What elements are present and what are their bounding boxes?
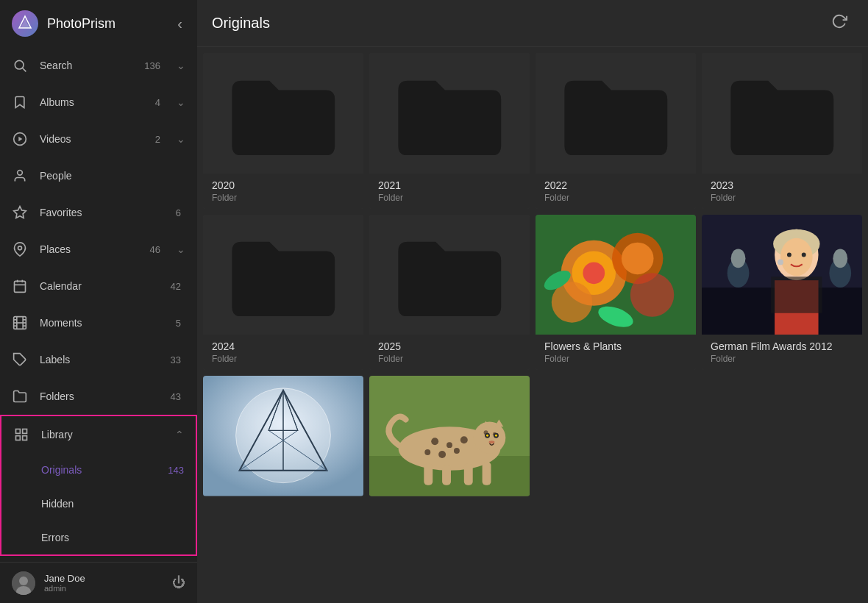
- folder-info: 2020 Folder: [203, 174, 363, 209]
- page-title: Originals: [212, 15, 825, 32]
- svg-rect-85: [464, 463, 473, 485]
- sidebar-item-library[interactable]: Library ⌃: [1, 416, 196, 453]
- folder-name: 2022: [544, 179, 687, 191]
- grid-item-triangle[interactable]: [203, 376, 363, 496]
- folder-name: 2020: [212, 179, 355, 191]
- sidebar-label-videos: Videos: [40, 133, 143, 145]
- sidebar-item-folders[interactable]: Folders 43: [0, 378, 197, 415]
- sidebar-item-people[interactable]: People: [0, 157, 197, 194]
- sidebar-count-search: 136: [144, 60, 160, 71]
- grid-item-2020[interactable]: 2020 Folder: [203, 53, 363, 209]
- folder-type: Folder: [378, 354, 521, 364]
- grid-item-2025[interactable]: 2025 Folder: [369, 215, 530, 371]
- pin-icon: [12, 241, 28, 257]
- sidebar-label-labels: Labels: [40, 354, 159, 365]
- sidebar-item-hidden[interactable]: Hidden: [1, 487, 196, 521]
- sidebar-count-calendar: 42: [171, 281, 181, 292]
- sidebar-item-search[interactable]: Search 136 ⌄: [0, 47, 197, 84]
- sidebar-item-places[interactable]: Places 46 ⌄: [0, 231, 197, 268]
- play-icon: [12, 131, 28, 147]
- grid-item-german-film[interactable]: German Film Awards 2012 Folder: [702, 215, 862, 371]
- sidebar-label-people: People: [40, 170, 185, 182]
- svg-point-53: [833, 249, 847, 268]
- avatar: [12, 571, 35, 595]
- sidebar-header: PhotoPrism ‹: [0, 0, 197, 47]
- user-name: Jane Doe: [44, 573, 163, 584]
- grid-item-2022[interactable]: 2022 Folder: [536, 53, 696, 209]
- folder-info: 2024 Folder: [203, 335, 363, 370]
- folder-thumbnail: [203, 215, 363, 335]
- folder-type: Folder: [544, 354, 687, 364]
- sidebar-count-folders: 43: [171, 391, 181, 402]
- folder-name: 2025: [378, 340, 521, 352]
- sidebar-item-calendar[interactable]: Calendar 42: [0, 268, 197, 304]
- svg-point-33: [583, 262, 605, 284]
- folder-thumbnail: [536, 53, 696, 174]
- svg-point-80: [489, 440, 495, 443]
- folder-type: Folder: [711, 354, 853, 364]
- sidebar-nav: Search 136 ⌄ Albums 4 ⌄ Videos 2 ⌄: [0, 47, 197, 562]
- svg-rect-86: [483, 462, 491, 485]
- refresh-button[interactable]: [825, 7, 853, 39]
- folder-name: 2023: [711, 179, 853, 191]
- sidebar-item-favorites[interactable]: Favorites 6: [0, 194, 197, 231]
- chevron-down-icon: ⌄: [177, 96, 185, 108]
- folder-type: Folder: [212, 354, 355, 364]
- photo-thumbnail: [369, 376, 530, 496]
- sidebar-count-favorites: 6: [176, 207, 181, 218]
- folder-info: 2023 Folder: [702, 174, 862, 209]
- folder-name: 2024: [212, 340, 355, 352]
- folder-thumbnail: [702, 53, 862, 174]
- svg-marker-6: [18, 137, 22, 142]
- sidebar-item-videos[interactable]: Videos 2 ⌄: [0, 121, 197, 157]
- sidebar-count-moments: 5: [176, 318, 181, 329]
- chevron-down-icon: ⌄: [177, 243, 185, 255]
- sidebar-label-folders: Folders: [40, 390, 159, 402]
- svg-point-69: [447, 442, 452, 448]
- svg-point-49: [778, 259, 783, 265]
- folder-thumbnail: [203, 53, 363, 174]
- folder-info: 2025 Folder: [369, 335, 530, 370]
- app-logo: [12, 10, 38, 37]
- sidebar-collapse-button[interactable]: ‹: [174, 13, 185, 35]
- main-content: Originals 2020 Folder: [197, 0, 868, 603]
- grid-item-2024[interactable]: 2024 Folder: [203, 215, 363, 371]
- grid-item-2023[interactable]: 2023 Folder: [702, 53, 862, 209]
- sidebar-label-search: Search: [40, 60, 132, 71]
- folder-thumbnail: [369, 215, 530, 335]
- grid-item-2021[interactable]: 2021 Folder: [369, 53, 530, 209]
- svg-line-4: [23, 68, 26, 72]
- folder-thumbnail: [369, 53, 530, 174]
- film-icon: [12, 315, 28, 331]
- svg-point-46: [780, 238, 813, 276]
- photo-thumbnail: [203, 376, 363, 496]
- svg-rect-23: [16, 429, 21, 434]
- sidebar-item-moments[interactable]: Moments 5: [0, 304, 197, 341]
- sidebar: PhotoPrism ‹ Search 136 ⌄ Albums 4 ⌄: [0, 0, 197, 603]
- svg-rect-25: [16, 436, 21, 440]
- folder-info: Flowers & Plants Folder: [536, 335, 696, 370]
- label-icon: [12, 352, 28, 368]
- folder-type: Folder: [378, 193, 521, 203]
- logout-button[interactable]: ⏻: [172, 575, 185, 590]
- grid-item-cheetah[interactable]: [369, 376, 530, 496]
- sidebar-count-videos: 2: [155, 134, 160, 145]
- folder-type: Folder: [711, 193, 853, 203]
- svg-point-35: [622, 242, 654, 274]
- sidebar-item-errors[interactable]: Errors: [1, 521, 196, 554]
- bookmark-icon: [12, 94, 28, 110]
- grid-item-flowers[interactable]: Flowers & Plants Folder: [536, 215, 696, 371]
- sidebar-label-errors: Errors: [41, 532, 69, 543]
- sidebar-count-originals: 143: [168, 465, 184, 476]
- sidebar-label-moments: Moments: [40, 317, 164, 329]
- main-header: Originals: [197, 0, 868, 47]
- folder-type: Folder: [212, 193, 355, 203]
- chevron-down-icon: ⌄: [177, 60, 185, 71]
- user-info: Jane Doe admin: [44, 573, 163, 593]
- sidebar-item-originals[interactable]: Originals 143: [1, 453, 196, 487]
- sidebar-label-favorites: Favorites: [40, 207, 164, 218]
- folder-name: German Film Awards 2012: [711, 340, 853, 352]
- svg-point-72: [438, 451, 446, 458]
- sidebar-item-albums[interactable]: Albums 4 ⌄: [0, 84, 197, 121]
- sidebar-item-labels[interactable]: Labels 33: [0, 341, 197, 378]
